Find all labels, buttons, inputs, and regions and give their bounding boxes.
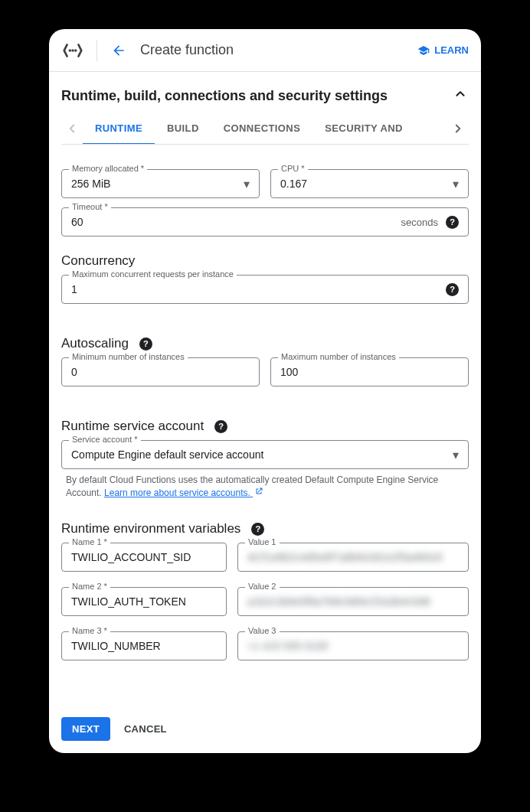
caret-down-icon: ▾ [453, 177, 459, 191]
help-icon[interactable]: ? [251, 523, 264, 536]
service-account-note: By default Cloud Functions uses the auto… [61, 469, 469, 500]
env-value-input[interactable] [247, 551, 459, 563]
chevron-up-icon[interactable] [452, 86, 469, 106]
memory-value: 256 MiB [71, 178, 244, 190]
concurrency-heading: Concurrency [61, 253, 469, 269]
page-card: Create function LEARN Runtime, build, co… [49, 29, 481, 753]
env-name-field[interactable]: Name 1 * [61, 543, 227, 572]
env-value-field[interactable]: Value 1 [237, 543, 469, 572]
external-link-icon [254, 487, 263, 500]
min-instances-field[interactable]: Minimum number of instances [61, 357, 260, 386]
svg-point-1 [71, 49, 74, 52]
next-button[interactable]: NEXT [61, 717, 110, 741]
max-instances-input[interactable] [280, 366, 459, 378]
tabs-scroll-right[interactable] [447, 122, 469, 135]
env-value-field[interactable]: Value 2 [237, 587, 469, 616]
cpu-value: 0.167 [280, 178, 453, 190]
learn-button[interactable]: LEARN [417, 44, 469, 57]
cpu-select[interactable]: CPU * 0.167 ▾ [270, 169, 469, 198]
timeout-label: Timeout * [69, 202, 111, 211]
cancel-button[interactable]: CANCEL [124, 723, 167, 735]
env-name-field[interactable]: Name 3 * [61, 631, 227, 660]
memory-label: Memory allocated * [69, 164, 147, 173]
max-concurrent-label: Maximum concurrent requests per instance [69, 269, 237, 279]
env-name-label: Name 2 * [69, 582, 110, 591]
chevron-right-icon [451, 122, 465, 135]
min-instances-input[interactable] [71, 366, 250, 378]
tab-runtime[interactable]: RUNTIME [83, 113, 155, 144]
help-icon[interactable]: ? [446, 283, 459, 296]
chevron-left-icon [65, 122, 79, 135]
env-name-input[interactable] [71, 595, 217, 608]
service-account-label: Service account * [69, 435, 141, 444]
env-name-field[interactable]: Name 2 * [61, 587, 227, 616]
section-header[interactable]: Runtime, build, connections and security… [61, 72, 469, 113]
caret-down-icon: ▾ [453, 448, 459, 462]
env-name-input[interactable] [71, 551, 217, 563]
section-title: Runtime, build, connections and security… [61, 88, 388, 104]
env-value-field[interactable]: Value 3 [237, 631, 469, 660]
env-value-label: Value 3 [245, 626, 280, 635]
help-icon[interactable]: ? [139, 338, 152, 351]
tab-security[interactable]: SECURITY AND [312, 113, 415, 144]
service-account-heading: Runtime service account ? [61, 419, 469, 434]
learn-label: LEARN [434, 44, 469, 56]
cpu-label: CPU * [278, 164, 308, 173]
env-value-label: Value 1 [245, 537, 280, 546]
svg-point-2 [74, 49, 77, 52]
max-instances-label: Maximum number of instances [278, 352, 399, 361]
caret-down-icon: ▾ [244, 177, 250, 191]
env-name-label: Name 1 * [69, 537, 110, 546]
tabs: RUNTIME BUILD CONNECTIONS SECURITY AND [61, 113, 469, 145]
tab-connections[interactable]: CONNECTIONS [211, 113, 312, 144]
env-value-input[interactable] [247, 595, 459, 608]
max-concurrent-input[interactable] [71, 283, 446, 295]
min-instances-label: Minimum number of instances [69, 352, 188, 361]
cloud-functions-logo [61, 38, 86, 63]
header-bar: Create function LEARN [49, 29, 481, 72]
env-value-label: Value 2 [245, 582, 280, 591]
env-name-label: Name 3 * [69, 626, 110, 635]
env-value-input[interactable] [247, 640, 459, 652]
page-title: Create function [140, 42, 407, 58]
timeout-suffix: seconds [401, 217, 438, 228]
max-concurrent-field[interactable]: Maximum concurrent requests per instance… [61, 275, 469, 304]
learn-more-link[interactable]: Learn more about service accounts. [104, 488, 263, 498]
help-icon[interactable]: ? [214, 420, 227, 433]
learn-icon [417, 44, 430, 57]
service-account-value: Compute Engine default service account [71, 448, 453, 461]
divider [97, 40, 97, 61]
footer: NEXT CANCEL [49, 704, 481, 753]
timeout-input[interactable] [71, 216, 401, 228]
service-account-select[interactable]: Service account * Compute Engine default… [61, 440, 469, 469]
timeout-field[interactable]: Timeout * seconds ? [61, 207, 469, 236]
svg-point-0 [69, 49, 72, 52]
tab-build[interactable]: BUILD [155, 113, 211, 144]
tabs-scroll-left[interactable] [61, 122, 83, 135]
back-button[interactable] [108, 40, 129, 61]
env-name-input[interactable] [71, 640, 217, 652]
content-scroll[interactable]: Runtime, build, connections and security… [49, 72, 481, 704]
help-icon[interactable]: ? [446, 216, 459, 229]
max-instances-field[interactable]: Maximum number of instances [270, 357, 469, 386]
memory-select[interactable]: Memory allocated * 256 MiB ▾ [61, 169, 260, 198]
